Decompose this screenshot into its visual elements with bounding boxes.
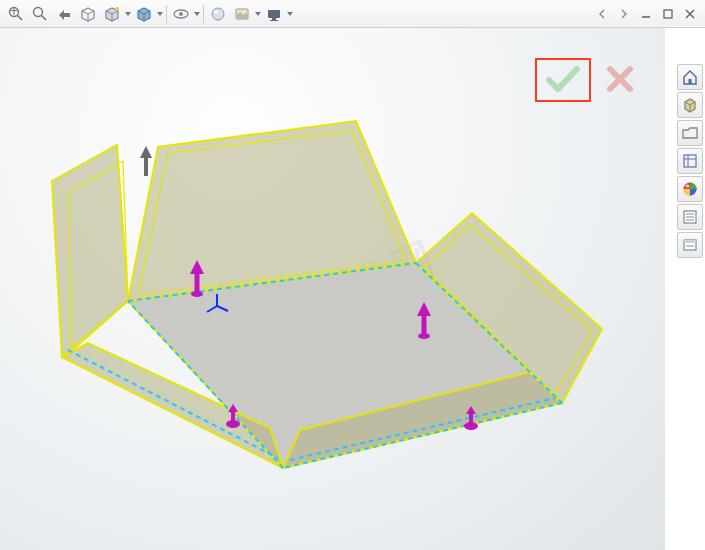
- x-icon: [605, 64, 635, 94]
- svg-rect-41: [684, 155, 696, 167]
- toolbar-separator: [166, 5, 167, 23]
- svg-line-5: [42, 15, 47, 20]
- svg-point-33: [191, 291, 203, 297]
- zoom-to-area-button[interactable]: [28, 2, 52, 26]
- view-orientation-dropdown[interactable]: [124, 2, 132, 26]
- svg-rect-16: [664, 10, 672, 18]
- appearances-tab[interactable]: [677, 176, 703, 202]
- apply-scene-button[interactable]: [230, 2, 254, 26]
- home-tab[interactable]: [677, 64, 703, 90]
- folder-icon: [681, 124, 699, 142]
- custom-properties-tab[interactable]: [677, 204, 703, 230]
- apply-scene-dropdown[interactable]: [254, 2, 262, 26]
- home-icon: [681, 68, 699, 86]
- toolbar-separator: [203, 5, 204, 23]
- close-button[interactable]: [680, 5, 700, 23]
- open-tab[interactable]: [677, 120, 703, 146]
- svg-rect-13: [272, 18, 276, 20]
- svg-point-6: [115, 7, 119, 11]
- edit-appearance-button[interactable]: [206, 2, 230, 26]
- heads-up-view-toolbar: [0, 0, 705, 28]
- svg-point-45: [686, 185, 690, 188]
- svg-rect-51: [684, 240, 696, 243]
- hide-show-items-button[interactable]: [169, 2, 193, 26]
- minimize-button[interactable]: [636, 5, 656, 23]
- next-doc-button[interactable]: [614, 5, 634, 23]
- zoom-to-fit-button[interactable]: [4, 2, 28, 26]
- list-icon: [681, 208, 699, 226]
- properties-icon: [681, 152, 699, 170]
- normal-arrow-icon: [140, 146, 152, 176]
- svg-rect-3: [14, 8, 15, 15]
- view-orientation-button[interactable]: [100, 2, 124, 26]
- design-library-tab[interactable]: [677, 232, 703, 258]
- svg-point-9: [212, 8, 224, 20]
- display-style-dropdown[interactable]: [156, 2, 164, 26]
- view-settings-dropdown[interactable]: [286, 2, 294, 26]
- svg-point-4: [34, 7, 43, 16]
- maximize-button[interactable]: [658, 5, 678, 23]
- hide-show-dropdown[interactable]: [193, 2, 201, 26]
- svg-point-8: [179, 12, 183, 16]
- properties-tab[interactable]: [677, 148, 703, 174]
- new-part-tab[interactable]: [677, 92, 703, 118]
- svg-point-10: [214, 10, 218, 13]
- ok-highlight-box: [535, 58, 591, 102]
- svg-rect-12: [268, 10, 280, 18]
- svg-marker-18: [52, 145, 128, 357]
- task-pane-tabs: [675, 60, 705, 258]
- part-icon: [681, 96, 699, 114]
- graphics-viewport[interactable]: 软件自学网: [0, 28, 665, 550]
- library-icon: [681, 236, 699, 254]
- cancel-button[interactable]: [605, 64, 635, 96]
- color-ball-icon: [681, 180, 699, 198]
- svg-rect-40: [689, 79, 692, 84]
- confirmation-corner: [535, 58, 635, 102]
- svg-line-1: [18, 15, 23, 20]
- sheet-metal-model: [0, 28, 665, 550]
- check-icon: [545, 64, 581, 94]
- svg-point-34: [418, 333, 430, 339]
- svg-rect-14: [270, 20, 278, 21]
- prev-doc-button[interactable]: [592, 5, 612, 23]
- section-view-button[interactable]: [76, 2, 100, 26]
- view-settings-button[interactable]: [262, 2, 286, 26]
- ok-button[interactable]: [545, 64, 581, 96]
- display-style-button[interactable]: [132, 2, 156, 26]
- previous-view-button[interactable]: [52, 2, 76, 26]
